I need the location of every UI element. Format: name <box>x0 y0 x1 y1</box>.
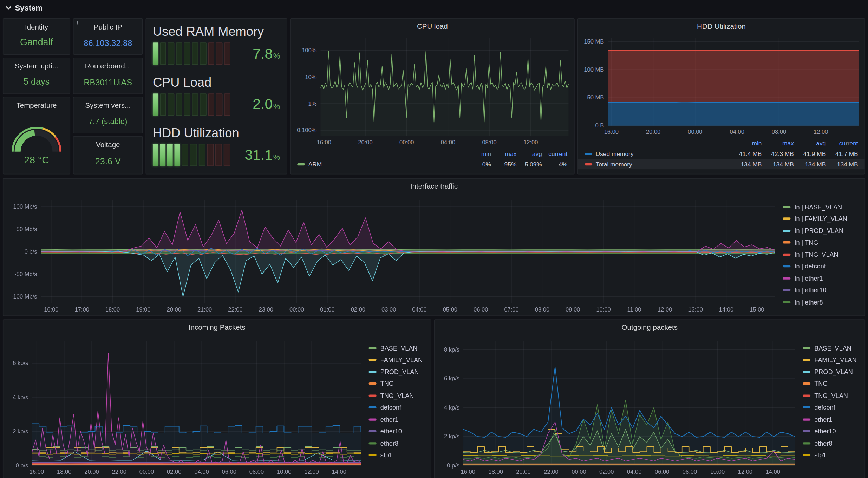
x-axis-label: 08:00 <box>772 129 786 135</box>
legend-item[interactable]: In | TNG <box>783 237 859 249</box>
legend-item[interactable]: PROD_VLAN <box>803 366 859 378</box>
legend-item[interactable]: ether8 <box>803 437 859 449</box>
chart-canvas: 16:0017:0018:0019:0020:0021:0022:0023:00… <box>6 195 781 314</box>
legend-label: In | ether1 <box>794 275 823 282</box>
x-axis-label: 00:00 <box>572 469 586 475</box>
legend-item[interactable]: In | FAMILY_VLAN <box>783 213 859 225</box>
legend-item[interactable]: TNG <box>369 378 425 390</box>
x-axis-label: 15:00 <box>750 306 764 313</box>
legend-item[interactable]: ether1 <box>803 413 859 425</box>
panel-title[interactable]: System vers... <box>74 101 142 110</box>
legend-item[interactable]: ether10 <box>369 425 425 437</box>
bargauge-label: HDD Utilization <box>153 126 280 141</box>
legend-item[interactable]: In | defconf <box>783 260 859 272</box>
interface-traffic-panel: Interface traffic 16:0017:0018:0019:0020… <box>3 178 865 316</box>
legend-item[interactable]: defconf <box>369 401 425 413</box>
panel-title[interactable]: Identity <box>3 23 70 31</box>
legend-item[interactable]: ether10 <box>803 425 859 437</box>
x-axis-label: 04:00 <box>194 469 209 475</box>
legend-series-used-memory[interactable]: Used memory <box>585 150 633 157</box>
legend-item[interactable]: sfp1 <box>803 449 859 461</box>
legend-item[interactable]: In | PROD_VLAN <box>783 225 859 237</box>
panel-title[interactable]: Outgoing packets <box>435 320 864 334</box>
y-axis-label: 10% <box>305 74 316 80</box>
gauge-segment <box>175 144 180 166</box>
y-axis-label: -50 Mb/s <box>14 271 37 277</box>
bargauge-group-cpu: CPU Load 2.0% <box>153 75 280 116</box>
total-current: 134 MB <box>826 161 858 168</box>
gauge-segment <box>216 93 222 116</box>
legend-item[interactable]: In | ether10 <box>783 284 859 296</box>
legend-swatch <box>585 152 592 155</box>
hdd-utilization-chart[interactable]: 16:0020:0000:0004:0008:0012:000 B50 MB10… <box>578 33 864 137</box>
cpu-load-chart[interactable]: 16:0020:0000:0004:0008:0012:000.100%1%10… <box>291 33 574 148</box>
incoming-packets-chart[interactable]: 16:0018:0020:0022:0000:0002:0004:0006:00… <box>6 336 366 477</box>
x-axis-label: 16:00 <box>317 139 331 146</box>
legend-item[interactable]: In | ether1 <box>783 272 859 284</box>
legend-label: defconf <box>380 404 401 411</box>
panel-title[interactable]: Incoming Packets <box>3 320 431 334</box>
legend-label: sfp1 <box>814 452 826 458</box>
bargauge-label: CPU Load <box>153 75 280 90</box>
legend-col-current[interactable]: current <box>826 140 858 146</box>
section-header-system[interactable]: System <box>0 0 868 15</box>
legend-item[interactable]: BASE_VLAN <box>369 342 425 354</box>
panel-title[interactable]: Routerboard... <box>74 62 142 71</box>
legend-item[interactable]: PROD_VLAN <box>369 366 425 378</box>
legend-col-current[interactable]: current <box>542 150 567 157</box>
legend-col-max[interactable]: max <box>762 140 794 146</box>
uptime-value: 5 days <box>3 70 70 93</box>
legend-series-total-memory[interactable]: Total memory <box>585 161 632 168</box>
version-value: 7.7 (stable) <box>74 110 142 133</box>
x-axis-label: 22:00 <box>228 306 242 313</box>
legend-col-max[interactable]: max <box>491 150 516 157</box>
panel-title[interactable]: HDD Utilization <box>578 19 864 33</box>
panel-title[interactable]: Interface traffic <box>3 179 864 193</box>
panel-title[interactable]: System upti... <box>3 62 70 71</box>
legend-col-avg[interactable]: avg <box>516 150 542 157</box>
legend-item[interactable]: ether1 <box>369 413 425 425</box>
panel-title[interactable]: CPU load <box>291 19 574 33</box>
panel-title[interactable]: Public IP <box>74 23 142 31</box>
legend-label: sfp1 <box>380 452 392 458</box>
legend-swatch <box>585 163 592 165</box>
legend-col-min[interactable]: min <box>465 150 491 157</box>
legend-item[interactable]: FAMILY_VLAN <box>803 354 859 366</box>
panel-title[interactable]: Temperature <box>3 101 70 110</box>
legend-label: BASE_VLAN <box>814 345 851 351</box>
system-version-panel: System vers... 7.7 (stable) <box>73 97 143 133</box>
interface-traffic-chart[interactable]: 16:0017:0018:0019:0020:0021:0022:0023:00… <box>6 195 781 314</box>
legend-item[interactable]: ether8 <box>369 437 425 449</box>
y-axis-label: 0.100% <box>297 127 316 133</box>
legend-item[interactable]: In | BASE_VLAN <box>783 201 859 213</box>
y-axis-label: 0 B <box>595 122 604 129</box>
x-axis-label: 21:00 <box>197 306 212 313</box>
legend-label: PROD_VLAN <box>380 368 419 375</box>
gauge-segment <box>198 144 205 166</box>
legend-item[interactable]: BASE_VLAN <box>803 342 859 354</box>
legend-item[interactable]: defconf <box>803 401 859 413</box>
bargauge-group-ram: Used RAM Memory 7.8% <box>153 24 280 65</box>
gauge-segment <box>224 42 230 65</box>
legend-item[interactable]: FAMILY_VLAN <box>369 354 425 366</box>
gauge-segment <box>160 144 166 166</box>
legend-item[interactable]: TNG_VLAN <box>369 389 425 401</box>
panel-title[interactable]: Voltage <box>74 140 142 149</box>
legend-label: FAMILY_VLAN <box>814 356 857 363</box>
outgoing-packets-chart[interactable]: 16:0018:0020:0022:0000:0002:0004:0006:00… <box>437 336 800 477</box>
legend-item[interactable]: TNG <box>803 378 859 390</box>
x-axis-label: 00:00 <box>139 469 154 475</box>
legend-swatch <box>803 394 810 397</box>
legend-label: In | ether8 <box>794 299 823 306</box>
legend-item[interactable]: In | ether8 <box>783 296 859 308</box>
legend-item[interactable]: TNG_VLAN <box>803 389 859 401</box>
info-icon[interactable]: i <box>76 20 78 26</box>
legend-item[interactable]: In | TNG_VLAN <box>783 249 859 261</box>
cpu-value: 2.0% <box>230 96 280 113</box>
legend-item[interactable]: sfp1 <box>369 449 425 461</box>
legend-col-avg[interactable]: avg <box>794 140 826 146</box>
legend-swatch <box>369 394 377 397</box>
grafana-dashboard: System Identity Gandalf i Public IP 86.1… <box>0 0 868 478</box>
legend-series-arm[interactable]: ARM <box>297 161 322 168</box>
legend-col-min[interactable]: min <box>730 140 762 146</box>
